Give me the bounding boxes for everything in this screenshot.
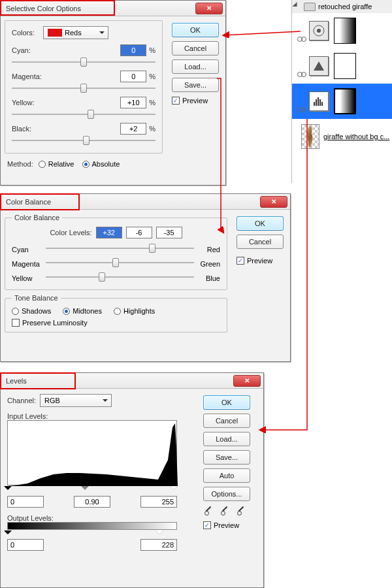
ok-button[interactable]: OK [203,395,250,410]
highlights-radio[interactable]: Highlights [114,307,155,315]
color-swatch [48,29,62,37]
magenta-input[interactable]: 0 [120,71,146,82]
svg-rect-7 [321,102,323,106]
pair-cyan-red: Cyan Red [12,242,220,257]
levels-dialog: Levels Channel: RGB Input Levels: 0 0.90… [0,372,264,588]
histogram [7,420,177,485]
left-label: Yellow [12,274,46,282]
tone-legend: Tone Balance [12,294,61,302]
pair-yellow-blue: Yellow Blue [12,271,220,286]
output-black-marker[interactable] [4,531,12,538]
output-gradient[interactable] [7,522,177,530]
close-icon[interactable] [233,375,261,387]
output-white-marker[interactable] [155,531,163,538]
midtones-radio[interactable]: Midtones [63,307,102,315]
white-eyedropper-icon[interactable] [236,505,246,515]
colors-select[interactable]: Reds [43,26,108,39]
black-input[interactable]: +2 [120,123,146,135]
preview-checkbox[interactable]: ✓Preview [172,97,208,105]
adjustment-layer-selective-color[interactable] [292,13,392,48]
svg-rect-6 [319,99,321,106]
preserve-luminosity-checkbox[interactable]: Preserve Luminosity [12,319,88,327]
disclosure-triangle-icon [293,2,302,11]
ok-button[interactable]: OK [237,216,284,231]
layer-group-name: retouched giraffe [318,3,372,10]
layer-mask-thumb[interactable] [334,88,356,114]
level-1-input[interactable]: -6 [126,227,152,238]
color-balance-group: Color Balance Color Levels: +32 -6 -35 C… [5,214,227,290]
adjustment-layer-color-balance[interactable] [292,48,392,84]
input-white-value[interactable]: 255 [140,496,177,508]
titlebar[interactable]: Levels [1,373,263,389]
yellow-blue-slider[interactable] [46,272,194,282]
level-0-input[interactable]: +32 [96,227,122,238]
svg-line-8 [223,31,301,35]
output-white-value[interactable]: 228 [140,539,177,551]
right-label: Green [194,260,220,268]
preview-checkbox[interactable]: ✓Preview [203,521,239,529]
link-icon [297,37,306,43]
cancel-button[interactable]: Cancel [237,235,284,249]
options-button[interactable]: Options... [203,487,250,501]
level-2-input[interactable]: -35 [156,227,182,238]
preview-label: Preview [247,257,272,265]
adjustment-layer-levels[interactable] [292,84,392,119]
black-slider[interactable] [12,136,155,145]
layers-panel: retouched giraffe giraffe without bg c..… [291,0,392,183]
method-relative-radio[interactable]: Relative [39,160,74,168]
preview-label: Preview [182,97,208,105]
eyedroppers [203,505,258,517]
gray-point-marker[interactable] [81,486,89,494]
left-label: Cyan [12,246,46,253]
pair-magenta-green: Magenta Green [12,257,220,271]
magenta-slider[interactable] [12,84,155,93]
dialog-title: Levels [6,377,233,385]
titlebar[interactable]: Color Balance [1,194,290,210]
method-absolute-radio[interactable]: Absolute [82,160,120,168]
percent-label: % [149,125,155,133]
cyan-red-slider[interactable] [46,244,194,253]
color-balance-icon [309,56,329,76]
layer-mask-thumb[interactable] [334,53,356,79]
slider-yellow: Yellow: +10 % [12,97,155,119]
cancel-button[interactable]: Cancel [203,414,250,428]
cyan-input[interactable]: 0 [120,44,146,56]
input-gamma-value[interactable]: 0.90 [74,496,110,508]
layer-group-header[interactable]: retouched giraffe [292,0,392,13]
cyan-slider[interactable] [12,57,155,67]
white-point-marker[interactable] [170,486,178,494]
titlebar[interactable]: Selective Color Options [1,1,225,16]
load-button[interactable]: Load... [203,432,250,446]
black-eyedropper-icon[interactable] [203,505,214,515]
save-button[interactable]: Save... [203,450,250,465]
image-layer[interactable]: giraffe without bg c... [292,119,392,154]
magenta-green-slider[interactable] [46,258,194,267]
save-button[interactable]: Save... [172,78,219,92]
ok-button[interactable]: OK [172,23,219,37]
yellow-input[interactable]: +10 [120,97,146,108]
channel-select[interactable]: RGB [40,394,112,407]
shadows-label: Shadows [22,307,51,315]
shadows-radio[interactable]: Shadows [12,307,51,315]
yellow-slider[interactable] [12,110,155,119]
tone-balance-group: Tone Balance Shadows Midtones Highlights… [5,294,227,333]
black-point-marker[interactable] [4,486,12,494]
percent-label: % [149,46,155,54]
close-icon[interactable] [195,3,223,14]
preview-label: Preview [214,521,239,529]
close-icon[interactable] [260,196,287,208]
levels-icon [309,91,329,111]
auto-button[interactable]: Auto [203,468,250,483]
layer-mask-thumb[interactable] [334,18,356,44]
load-button[interactable]: Load... [172,59,219,74]
cancel-button[interactable]: Cancel [172,41,219,56]
preview-checkbox[interactable]: ✓Preview [237,257,272,265]
dialog-title: Color Balance [6,198,260,206]
percent-label: % [149,73,155,80]
input-black-value[interactable]: 0 [7,496,44,508]
gray-eyedropper-icon[interactable] [220,505,230,515]
yellow-label: Yellow: [12,99,51,106]
slider-cyan: Cyan: 0 % [12,44,155,67]
output-black-value[interactable]: 0 [7,539,44,551]
svg-rect-5 [318,97,319,106]
